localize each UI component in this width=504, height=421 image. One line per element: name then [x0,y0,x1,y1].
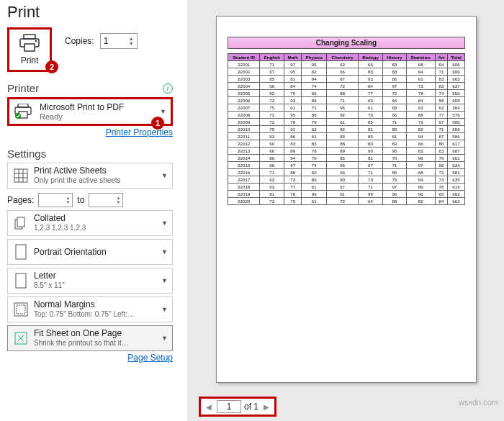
table-row: 220156697749667719766634 [228,162,465,169]
pages-to-input[interactable]: ▲▼ [89,193,123,207]
table-row: 220038581948793866183663 [228,76,465,83]
printer-pdf-icon [14,104,34,119]
orientation-dropdown[interactable]: Portrait Orientation ▼ [7,239,173,265]
preview-table: Student IDEnglishMathPhysicsChemistryBio… [228,53,465,205]
table-row: 220087295889270668877576 [228,112,465,119]
table-row: 220029795626683686471606 [228,68,465,76]
table-row: 220148694708581709679661 [228,155,465,162]
table-row: 220097278796185717367586 [228,119,465,126]
chevron-down-icon: ▼ [160,108,166,115]
svg-rect-18 [17,305,25,314]
printer-icon [19,34,40,53]
callout-badge-1: 1 [151,117,164,130]
preview-page: Changing Scaling Student IDEnglishMathPh… [216,16,477,383]
table-header: Student ID [228,54,260,61]
printer-status: Ready [40,112,166,121]
copies-value: 1 [104,36,129,46]
table-header: Physics [302,54,327,61]
table-row: 220119386618385819487586 [228,133,465,140]
portrait-icon [12,244,30,260]
settings-section-header: Settings [7,148,173,160]
sheets-icon [12,168,30,183]
table-row: 220046684747284977383637 [228,83,465,90]
table-header: Statistics [406,54,435,61]
watermark: wsxdn.com [459,398,498,407]
collate-icon [12,216,30,230]
page-icon [12,273,30,289]
table-row: 220136089788990958363687 [228,148,465,155]
scaling-dropdown[interactable]: Fit Sheet on One PageShrink the printout… [7,325,173,351]
next-page-button[interactable]: ▶ [261,401,271,412]
table-row: 220207375617264888284662 [228,198,465,205]
margins-icon [12,302,30,317]
fit-page-icon [12,331,30,345]
prev-page-button[interactable]: ◀ [204,401,214,412]
table-row: 220179373899073759473635 [228,176,465,184]
chevron-down-icon: ▼ [161,172,168,179]
spinner-arrows-icon[interactable]: ▲▼ [129,36,134,46]
svg-rect-16 [16,273,26,288]
table-row: 220126083838880696686617 [228,140,465,148]
copies-spinner[interactable]: 1 ▲▼ [100,33,138,49]
margins-dropdown[interactable]: Normal MarginsTop: 0.75" Bottom: 0.75" L… [7,296,173,322]
table-row: 220107591638281808271606 [228,126,465,133]
page-navigator: ◀ 1 of 1 ▶ [199,397,276,417]
printer-name: Microsoft Print to PDF [40,102,166,112]
svg-rect-15 [16,245,26,259]
table-row: 220067393867169648458608 [228,97,465,104]
svg-rect-4 [18,104,28,107]
svg-point-7 [15,113,21,119]
chevron-down-icon: ▼ [161,306,168,313]
svg-rect-14 [17,217,24,227]
paper-size-dropdown[interactable]: Letter8.5" x 11" ▼ [7,268,173,294]
printer-section-header: Printer i [7,82,173,94]
table-row: 220059270668877727874556 [228,90,465,97]
printer-properties-link[interactable]: Printer Properties [7,127,173,137]
table-header: History [383,54,407,61]
collate-dropdown[interactable]: Collated1,2,3 1,2,3 1,2,3 ▼ [7,210,173,236]
pages-label: Pages: [7,195,34,205]
table-row: 220167188606671856872581 [228,169,465,176]
print-preview-area: Changing Scaling Student IDEnglishMathPh… [187,0,504,421]
printer-dropdown[interactable]: Microsoft Print to PDF Ready ▼ [7,97,173,126]
chevron-down-icon: ▼ [161,219,168,227]
info-icon[interactable]: i [163,83,173,94]
table-header: Biology [358,54,382,61]
pages-from-input[interactable]: ▲▼ [38,193,73,207]
chevron-down-icon: ▼ [161,335,168,342]
print-button-label: Print [21,55,39,65]
sheet-title: Changing Scaling [228,37,465,49]
table-row: 220198178969199969665662 [228,191,465,198]
page-title: Print [7,3,173,22]
table-row: 220186377616771979678614 [228,184,465,191]
copies-label: Copies: [65,36,94,46]
svg-rect-2 [24,44,35,51]
current-page-input[interactable]: 1 [217,400,241,413]
chevron-down-icon: ▼ [161,248,168,255]
page-setup-link[interactable]: Page Setup [7,353,173,363]
svg-point-3 [35,40,37,42]
pages-to-label: to [77,195,84,205]
table-header: Chemistry [327,54,359,61]
callout-badge-2: 2 [45,60,58,73]
print-what-dropdown[interactable]: Print Active SheetsOnly print the active… [7,163,173,189]
svg-rect-0 [24,35,35,39]
table-row: 220017197956266836864606 [228,61,465,68]
table-header: Total [448,54,465,61]
chevron-down-icon: ▼ [161,277,168,284]
table-header: Math [284,54,302,61]
page-of-label: of 1 [244,402,258,412]
table-header: Art [435,54,447,61]
svg-rect-8 [14,169,27,182]
table-row: 220077561719661696362364 [228,104,465,112]
table-header: English [260,54,284,61]
